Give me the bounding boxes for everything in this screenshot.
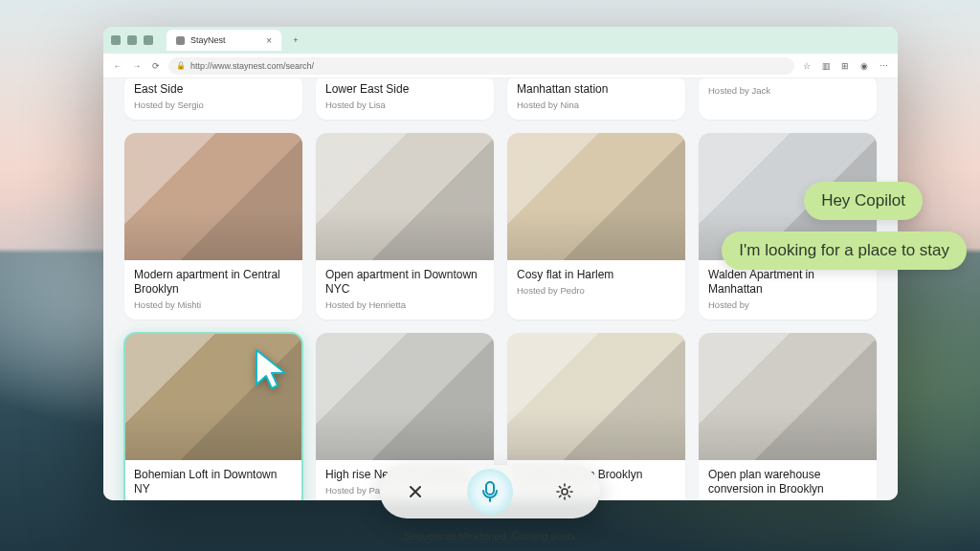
listing-host: Hosted by — [708, 299, 867, 310]
profile-icon[interactable]: ◉ — [858, 59, 871, 73]
forward-button[interactable]: → — [130, 59, 144, 73]
browser-toolbar: ← → ⟳ 🔒 http://www.staynest.com/search/ … — [103, 54, 898, 78]
collections-icon[interactable]: ▥ — [819, 59, 833, 73]
listing-title: Modern apartment in Central Brooklyn — [134, 268, 293, 297]
favorites-icon[interactable]: ☆ — [800, 59, 813, 73]
edge-logo-icon — [111, 35, 121, 45]
listing-card[interactable]: East Side Hosted by Sergio — [124, 78, 302, 120]
listing-title: Manhattan station — [517, 82, 676, 97]
listing-host: Hosted by Jack — [708, 85, 867, 96]
settings-button[interactable] — [546, 473, 584, 511]
listing-image — [507, 133, 685, 260]
page-content: East Side Hosted by Sergio Lower East Si… — [103, 78, 898, 500]
listing-card[interactable]: Manhattan station Hosted by Nina — [507, 78, 685, 120]
workspaces-icon[interactable] — [127, 35, 137, 45]
listing-host: Hosted by Nina — [517, 99, 676, 110]
listing-host: Hosted by Jiao — [708, 499, 867, 500]
listing-host: Hosted by Mishti — [134, 299, 293, 310]
tab-title: StayNest — [190, 35, 226, 45]
listing-card[interactable]: Cosy flat in Harlem Hosted by Pedro — [507, 133, 685, 320]
lock-icon: 🔒 — [176, 61, 186, 70]
listing-card[interactable]: Open apartment in Downtown NYC Hosted by… — [316, 133, 494, 320]
listing-image — [316, 333, 494, 460]
listing-card[interactable]: Lower East Side Hosted by Lisa — [316, 78, 494, 120]
listing-image — [124, 133, 302, 260]
url-text: http://www.staynest.com/search/ — [190, 61, 314, 71]
listing-image — [507, 333, 685, 460]
listing-card[interactable]: Modern apartment in Central Brooklyn Hos… — [124, 133, 302, 320]
svg-rect-0 — [486, 482, 494, 495]
microphone-button[interactable] — [467, 469, 513, 515]
extensions-icon[interactable]: ⊞ — [838, 59, 852, 73]
listing-title: Open apartment in Downtown NYC — [325, 268, 484, 297]
svg-point-1 — [562, 489, 568, 495]
desktop-wallpaper: StayNest × + ← → ⟳ 🔒 http://www.staynest… — [0, 0, 980, 551]
menu-icon[interactable]: ⋯ — [877, 59, 890, 73]
listing-host: Hosted by Sergio — [134, 99, 293, 110]
listing-title: East Side — [134, 82, 293, 97]
listing-card[interactable]: Walden Apartment in Manhattan Hosted by — [699, 133, 877, 320]
chat-bubble: I'm looking for a place to stay — [722, 231, 967, 270]
new-tab-button[interactable]: + — [287, 32, 304, 49]
close-button[interactable] — [396, 473, 434, 511]
listing-host: Hosted by Nelson — [134, 499, 293, 500]
listing-title: Bohemian Loft in Downtown NY — [134, 468, 293, 496]
tab-actions-icon[interactable] — [144, 35, 153, 45]
browser-titlebar: StayNest × + — [103, 27, 898, 54]
listing-title: Lower East Side — [325, 82, 484, 97]
listing-image — [124, 333, 302, 460]
browser-tab[interactable]: StayNest × — [167, 30, 281, 51]
listing-title: Walden Apartment in Manhattan — [708, 268, 867, 297]
back-button[interactable]: ← — [111, 59, 124, 73]
listing-image — [699, 333, 877, 460]
listing-host: Hosted by Pedro — [517, 285, 676, 296]
tab-close-icon[interactable]: × — [266, 35, 272, 46]
listing-card[interactable]: Hosted by Jack — [699, 78, 877, 120]
listing-image — [316, 133, 494, 260]
refresh-button[interactable]: ⟳ — [149, 59, 163, 73]
chat-bubble: Hey Copilot — [804, 182, 923, 220]
disclaimer-text: Sequences shortened. Coming soon. — [403, 530, 576, 541]
listing-host: Hosted by Henrietta — [325, 299, 484, 310]
copilot-voice-bar — [380, 465, 600, 518]
favicon-icon — [176, 36, 185, 45]
listing-card-selected[interactable]: Bohemian Loft in Downtown NY Hosted by N… — [124, 333, 302, 500]
listing-card[interactable]: Open plan warehouse conversion in Brookl… — [699, 333, 877, 500]
listing-host: Hosted by Lisa — [325, 99, 484, 110]
listing-title: Open plan warehouse conversion in Brookl… — [708, 468, 867, 496]
listing-title: Cosy flat in Harlem — [517, 268, 676, 282]
address-bar[interactable]: 🔒 http://www.staynest.com/search/ — [168, 57, 794, 75]
